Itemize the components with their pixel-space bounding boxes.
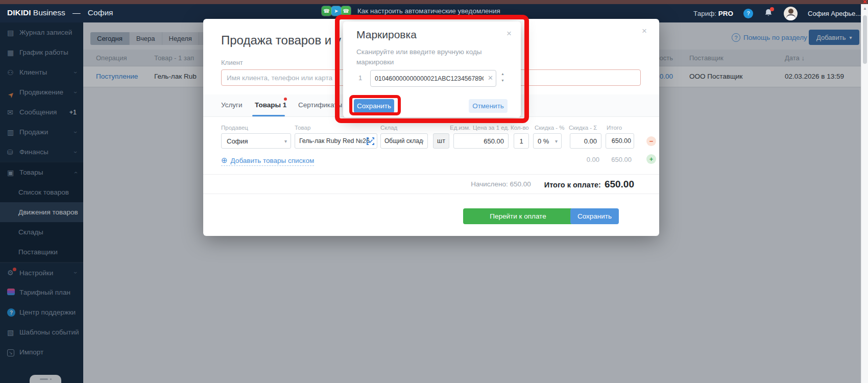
marking-modal: Маркировка × Сканируйте или введите вруч… [343, 21, 521, 117]
col-qty: Кол-во [511, 125, 529, 131]
brand-dash: — [73, 8, 81, 17]
viber-icon: ☎ [341, 6, 351, 16]
tab-goods-alert-dot [284, 98, 287, 101]
scroll-up-icon[interactable]: ▲ [863, 6, 867, 11]
add-goods-list-link[interactable]: ⊕ Добавить товары списком [221, 156, 314, 166]
notifications-bell-icon[interactable] [763, 8, 774, 18]
spinner-down-icon[interactable]: ▼ [501, 79, 504, 82]
dropdown-arrow-icon: ▾ [284, 138, 287, 144]
tab-goods[interactable]: Товары 1 [255, 101, 286, 109]
close-icon[interactable]: × [507, 29, 512, 39]
stock-select[interactable]: Общий склад ▾ [380, 133, 428, 149]
unit-cell: шт [433, 133, 449, 149]
client-label: Клиент [221, 59, 243, 66]
code-row-index: 1 [358, 74, 362, 82]
close-icon[interactable]: × [642, 26, 647, 36]
accrued-total: Начислено: 650.00 [471, 180, 531, 188]
amount-due: Итого к оплате: 650.00 [544, 179, 634, 190]
totals-row: Начислено: 650.00 Итого к оплате: 650.00 [203, 175, 634, 194]
subtotal-total: 650.00 [606, 156, 632, 163]
col-product: Товар [295, 125, 310, 131]
row-total-cell: 650.00 [606, 133, 634, 149]
discount-sum-input[interactable]: 0.00 [570, 133, 601, 149]
discount-pct-select[interactable]: 0 % ▾ [533, 133, 562, 149]
price-input[interactable]: 650.00 [453, 133, 509, 149]
product-input[interactable]: Гель-лак Ruby Red №26 [295, 133, 377, 149]
seller-select[interactable]: София ▾ [221, 133, 291, 149]
app-screen: ✕ DIKIDI Business — София ☎ ➤ ☎ Как наст… [0, 0, 868, 383]
marking-modal-title: Маркировка [356, 29, 417, 41]
brand-logo: DIKIDI [7, 8, 31, 17]
marking-subtitle: Сканируйте или введите вручную коды марк… [356, 47, 509, 67]
page-scrollbar[interactable]: ▲ [861, 4, 868, 383]
add-row-button[interactable]: + [646, 154, 656, 164]
col-price: Цена за 1 ед. [473, 125, 509, 131]
whatsapp-icon: ☎ [322, 6, 331, 16]
sale-save-button[interactable]: Сохранить [570, 208, 619, 224]
org-name: София [88, 8, 113, 17]
scrollbar-thumb[interactable] [863, 15, 867, 64]
announcement-text: Как настроить автоматические уведомления [357, 7, 500, 15]
col-unit: Ед.изм. [450, 125, 470, 131]
topbar-right: Тариф: PRO ? София Арефье... [693, 4, 861, 22]
tab-services[interactable]: Услуги [221, 101, 243, 109]
sale-modal-title: Продажа товаров и у [221, 33, 341, 47]
dropdown-arrow-icon: ▾ [555, 138, 558, 144]
qty-input[interactable]: 1 [514, 133, 529, 149]
active-tab-underline [252, 115, 285, 116]
col-stock: Склад [380, 125, 397, 131]
scan-marking-icon[interactable] [367, 137, 374, 147]
subtotal-discount: 0.00 [570, 156, 599, 163]
announcement-banner[interactable]: ☎ ➤ ☎ Как настроить автоматические уведо… [322, 6, 500, 16]
tab-certificates[interactable]: Сертификаты [298, 101, 342, 109]
divider [203, 194, 659, 194]
plus-circle-icon: ⊕ [221, 156, 228, 165]
marking-save-button[interactable]: Сохранить [354, 99, 394, 113]
col-total: Итого [607, 125, 622, 131]
brand: DIKIDI Business — София [7, 8, 113, 17]
spinner-up-icon[interactable]: ▲ [501, 72, 504, 76]
recording-close-icon[interactable]: ✕ [863, 0, 867, 5]
tariff-badge[interactable]: Тариф: PRO [693, 10, 733, 17]
dropdown-arrow-icon: ▾ [421, 138, 424, 144]
col-seller: Продавец [221, 125, 248, 131]
clear-code-icon[interactable]: ✕ [488, 74, 493, 82]
col-discount-sum: Скидка - Σ [569, 125, 597, 131]
help-icon[interactable]: ? [743, 9, 753, 18]
telegram-icon: ➤ [331, 6, 341, 16]
go-to-payment-button[interactable]: Перейти к оплате [463, 208, 573, 224]
marking-code-input[interactable] [370, 70, 496, 87]
remove-row-button[interactable]: − [646, 136, 656, 146]
avatar[interactable] [784, 7, 798, 20]
marking-cancel-button[interactable]: Отменить [469, 99, 508, 113]
recording-strip [0, 0, 868, 4]
user-name[interactable]: София Арефье... [808, 10, 861, 17]
col-discount-pct: Скидка - % [535, 125, 565, 131]
